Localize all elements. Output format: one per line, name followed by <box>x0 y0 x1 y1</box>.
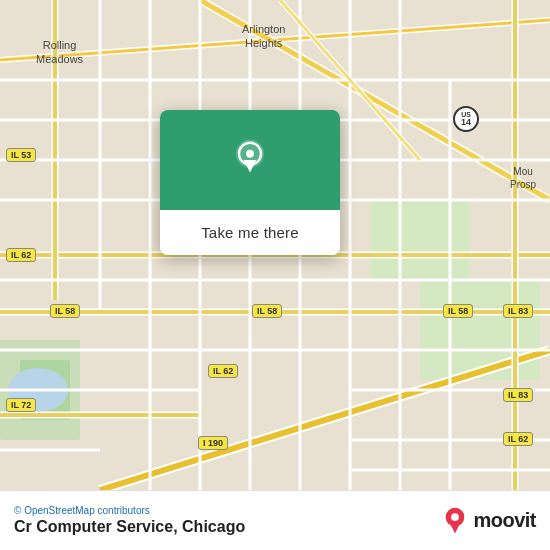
popup-card: Take me there <box>160 110 340 255</box>
mount-prospect-label: MouProsp <box>510 165 536 191</box>
il62c-badge: IL 62 <box>503 432 533 446</box>
moovit-pin-icon <box>441 507 469 535</box>
il72-badge: IL 72 <box>6 398 36 412</box>
map-container: RollingMeadows ArlingtonHeights MouProsp… <box>0 0 550 490</box>
attribution-text: © OpenStreetMap contributors <box>14 505 245 516</box>
il83b-badge: IL 83 <box>503 388 533 402</box>
rolling-meadows-label: RollingMeadows <box>36 38 83 67</box>
svg-marker-51 <box>451 524 460 533</box>
moovit-logo: moovit <box>441 507 536 535</box>
take-me-there-button[interactable]: Take me there <box>160 210 340 255</box>
svg-rect-2 <box>370 200 470 280</box>
arlington-heights-label: ArlingtonHeights <box>242 22 285 51</box>
il58c-badge: IL 58 <box>443 304 473 318</box>
il53-badge: IL 53 <box>6 148 36 162</box>
il58b-badge: IL 58 <box>252 304 282 318</box>
il83a-badge: IL 83 <box>503 304 533 318</box>
location-title: Cr Computer Service, Chicago <box>14 518 245 536</box>
location-pin-icon <box>228 138 272 182</box>
il62b-badge: IL 62 <box>208 364 238 378</box>
i90-badge: I 190 <box>198 436 228 450</box>
svg-point-50 <box>452 513 460 521</box>
il62-badge: IL 62 <box>6 248 36 262</box>
bottom-left-info: © OpenStreetMap contributors Cr Computer… <box>14 505 245 536</box>
il58a-badge: IL 58 <box>50 304 80 318</box>
moovit-text-label: moovit <box>473 509 536 532</box>
popup-icon-area <box>160 110 340 210</box>
attribution-link: © OpenStreetMap contributors <box>14 505 150 516</box>
svg-point-47 <box>246 150 254 158</box>
us14-badge: US 14 <box>453 106 479 132</box>
svg-rect-3 <box>420 280 540 380</box>
bottom-bar: © OpenStreetMap contributors Cr Computer… <box>0 490 550 550</box>
